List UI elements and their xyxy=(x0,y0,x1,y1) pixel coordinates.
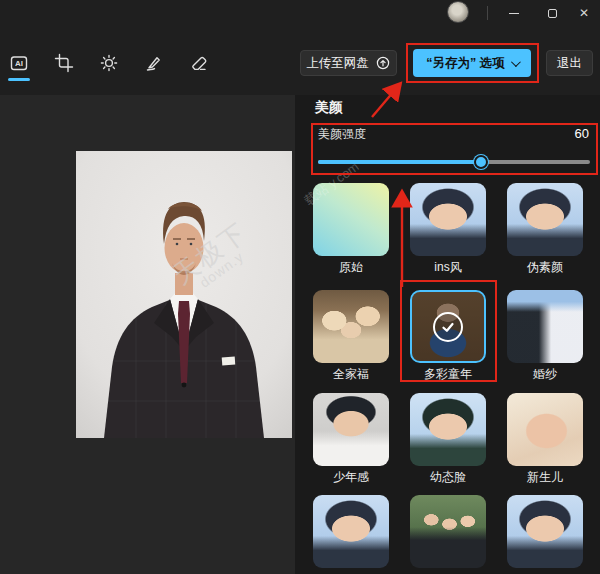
exit-label: 退出 xyxy=(557,55,582,72)
filter-tile-colorful-childhood[interactable]: 多彩童年 xyxy=(410,290,486,383)
tab-crop[interactable] xyxy=(51,50,77,76)
filter-thumb-row4-3 xyxy=(507,495,583,568)
exit-button[interactable]: 退出 xyxy=(546,50,593,76)
edit-toolbar: AI xyxy=(6,50,231,76)
title-bar: ✕ xyxy=(0,0,600,26)
filter-label: ins风 xyxy=(410,259,486,276)
filter-thumb-row4-1 xyxy=(313,495,389,568)
filter-tile-family[interactable]: 全家福 xyxy=(313,290,389,383)
filter-thumb-wedding xyxy=(507,290,583,363)
beauty-intensity-label: 美颜强度 xyxy=(318,126,366,143)
minimize-icon xyxy=(509,13,519,14)
filter-tile-row4-1[interactable] xyxy=(313,495,389,568)
filter-tile-baby-face[interactable]: 幼态脸 xyxy=(410,393,486,486)
upload-label: 上传至网盘 xyxy=(306,55,369,72)
filter-thumb-youthful xyxy=(313,393,389,466)
filter-thumb-row4-2 xyxy=(410,495,486,568)
active-tab-indicator xyxy=(8,78,30,81)
tab-erase[interactable] xyxy=(186,50,212,76)
save-as-label: “另存为” 选项 xyxy=(426,55,504,72)
chevron-down-icon xyxy=(511,57,521,67)
filter-label: 伪素颜 xyxy=(507,259,583,276)
tab-markup[interactable] xyxy=(141,50,167,76)
filter-tile-no-makeup[interactable]: 伪素颜 xyxy=(507,183,583,276)
filter-label: 少年感 xyxy=(313,469,389,486)
beauty-intensity-value: 60 xyxy=(575,126,589,141)
panel-title: 美颜 xyxy=(315,99,343,117)
user-avatar[interactable] xyxy=(447,1,469,23)
filter-label: 婚纱 xyxy=(507,366,583,383)
svg-text:AI: AI xyxy=(15,59,23,68)
filter-thumb-colorful-childhood xyxy=(410,290,486,363)
filter-thumb-family xyxy=(313,290,389,363)
filter-tile-youthful[interactable]: 少年感 xyxy=(313,393,389,486)
filter-thumb-original xyxy=(313,183,389,256)
tab-ai-edit[interactable]: AI xyxy=(6,50,32,76)
edit-canvas: 天极下 down.y xyxy=(0,95,295,574)
brightness-icon xyxy=(99,53,119,73)
filter-label: 多彩童年 xyxy=(410,366,486,383)
filter-tile-row4-3[interactable] xyxy=(507,495,583,568)
slider-fill xyxy=(318,160,481,164)
filter-tile-row4-2[interactable] xyxy=(410,495,486,568)
pen-icon xyxy=(144,53,164,73)
slider-thumb[interactable] xyxy=(474,155,488,169)
filter-tile-ins-style[interactable]: ins风 xyxy=(410,183,486,276)
close-icon: ✕ xyxy=(579,6,589,20)
upload-cloud-icon xyxy=(375,55,391,71)
filter-thumb-newborn xyxy=(507,393,583,466)
filter-tile-newborn[interactable]: 新生儿 xyxy=(507,393,583,486)
filter-label: 原始 xyxy=(313,259,389,276)
filter-label: 新生儿 xyxy=(507,469,583,486)
checkmark-icon xyxy=(433,312,463,342)
filter-tile-wedding[interactable]: 婚纱 xyxy=(507,290,583,383)
photo-preview: 天极下 down.y xyxy=(76,151,292,438)
tab-adjust-light[interactable] xyxy=(96,50,122,76)
titlebar-divider xyxy=(487,6,488,20)
close-button[interactable]: ✕ xyxy=(566,0,600,26)
save-as-options-button[interactable]: “另存为” 选项 xyxy=(413,49,531,77)
selected-check-overlay xyxy=(412,292,484,361)
filter-tile-original[interactable]: 原始 xyxy=(313,183,389,276)
filter-label: 幼态脸 xyxy=(410,469,486,486)
beauty-intensity-slider[interactable] xyxy=(318,160,590,164)
minimize-button[interactable] xyxy=(496,0,532,26)
filter-thumb-ins-style xyxy=(410,183,486,256)
ai-edit-icon: AI xyxy=(9,53,29,73)
filter-thumb-no-makeup xyxy=(507,183,583,256)
maximize-icon xyxy=(548,9,557,18)
filter-label: 全家福 xyxy=(313,366,389,383)
eraser-icon xyxy=(189,53,209,73)
portrait-man-image xyxy=(76,151,292,438)
maximize-button[interactable] xyxy=(534,0,570,26)
filter-thumb-baby-face xyxy=(410,393,486,466)
photo-editor-window: ✕ AI xyxy=(0,0,600,574)
crop-icon xyxy=(54,53,74,73)
upload-to-cloud-button[interactable]: 上传至网盘 xyxy=(300,50,397,76)
